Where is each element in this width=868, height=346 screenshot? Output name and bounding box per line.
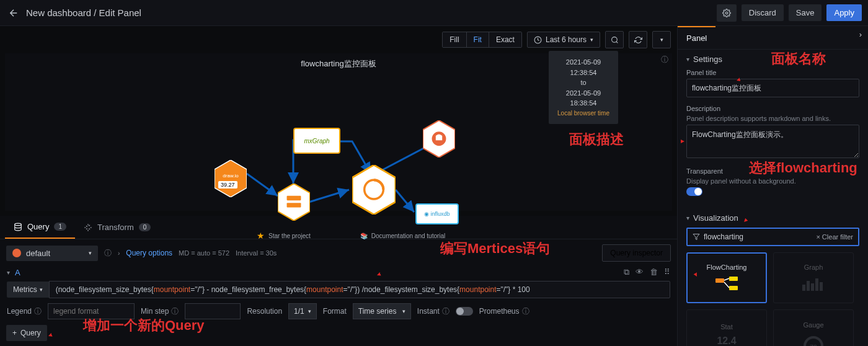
- time-range-label: Last 6 hours: [546, 35, 587, 44]
- topbar: New dashboard / Edit Panel Discard Save …: [0, 0, 868, 26]
- viz-card-flowcharting[interactable]: FlowCharting: [686, 252, 767, 303]
- transform-count-badge: 0: [139, 223, 151, 231]
- instant-toggle[interactable]: [456, 307, 473, 316]
- filter-icon: [693, 233, 700, 241]
- chevron-down-icon: ▾: [686, 215, 689, 221]
- flowcharting-icon: [714, 276, 739, 292]
- chevron-down-icon: ▾: [590, 37, 593, 43]
- books-icon: 📚: [360, 233, 368, 239]
- view-mode-group: Fill Fit Exact: [442, 32, 522, 48]
- legend-label: Legend ⓘ: [7, 306, 42, 317]
- metrics-input[interactable]: (node_filesystem_size_bytes{mountpoint="…: [49, 281, 670, 298]
- query-options-link[interactable]: Query options: [126, 249, 172, 257]
- tab-transform[interactable]: Transform 0: [75, 216, 159, 239]
- side-tab-panel[interactable]: Panel: [678, 26, 715, 49]
- svg-marker-4: [278, 184, 310, 221]
- instant-label: Instant ⓘ: [417, 306, 450, 317]
- clear-filter-button[interactable]: × Clear filter: [816, 233, 853, 241]
- clock-icon: [534, 36, 542, 44]
- back-arrow[interactable]: [6, 6, 21, 20]
- datasource-select[interactable]: default ▾: [6, 246, 98, 261]
- panel-toolbar: Fill Fit Exact Last 6 hours ▾ ▾ 2021-05-…: [0, 26, 677, 53]
- apply-button[interactable]: Apply: [826, 4, 862, 21]
- time-range-button[interactable]: Last 6 hours ▾: [527, 32, 600, 48]
- format-label: Format: [323, 307, 347, 316]
- plus-icon: +: [12, 329, 17, 337]
- panel-title-input[interactable]: [686, 79, 859, 97]
- fill-button[interactable]: Fill: [443, 32, 466, 47]
- viz-card-graph[interactable]: Graph: [773, 252, 854, 303]
- svg-rect-16: [807, 281, 810, 291]
- add-query-button[interactable]: + Query: [6, 325, 47, 341]
- query-count-badge: 1: [54, 223, 66, 231]
- svg-marker-3: [215, 160, 247, 197]
- svg-point-0: [725, 12, 728, 14]
- prometheus-node: [423, 120, 455, 157]
- time-tz: Local browser time: [555, 109, 612, 118]
- viz-card-stat[interactable]: Stat 12.4: [686, 309, 767, 346]
- time-to: 2021-05-09 18:38:54: [555, 88, 612, 109]
- docs-link[interactable]: 📚Documentation and tutorial: [360, 231, 446, 241]
- svg-rect-19: [820, 282, 823, 291]
- prometheus-label: Prometheus ⓘ: [479, 306, 529, 317]
- flowchart-diagram: draw.io 39.27 mxGraph ◉influxdb ★Star th…: [191, 109, 451, 246]
- chevron-down-icon[interactable]: ▾: [7, 269, 10, 276]
- tab-query[interactable]: Query 1: [5, 216, 75, 239]
- resolution-select[interactable]: 1/1▾: [288, 303, 317, 319]
- svg-marker-7: [352, 165, 396, 215]
- format-select[interactable]: Time series▾: [353, 303, 411, 319]
- drawio-label: draw.io: [219, 173, 242, 179]
- graph-icon: [801, 276, 826, 292]
- star-project-link[interactable]: ★Star the project: [257, 231, 311, 241]
- save-button[interactable]: Save: [789, 4, 822, 21]
- query-letter: A: [15, 268, 20, 277]
- query-inspector-button[interactable]: Query inspector: [602, 244, 671, 262]
- metrics-label: Metrics▾: [7, 282, 49, 298]
- database-icon: [14, 223, 22, 231]
- discard-button[interactable]: Discard: [742, 4, 784, 21]
- copy-query-icon[interactable]: ⧉: [624, 267, 629, 277]
- legend-input[interactable]: [48, 303, 135, 319]
- svg-point-11: [15, 223, 22, 226]
- minstep-input[interactable]: [185, 303, 241, 319]
- drag-query-icon[interactable]: ⠿: [664, 267, 670, 277]
- zoom-out-icon[interactable]: [605, 31, 624, 48]
- svg-rect-5: [287, 196, 301, 200]
- toggle-query-icon[interactable]: 👁: [636, 267, 644, 277]
- viz-filter: × Clear filter: [686, 228, 859, 246]
- viz-filter-input[interactable]: [704, 233, 812, 241]
- viz-card-gauge[interactable]: Gauge 79: [773, 309, 854, 346]
- workarea: Fill Fit Exact Last 6 hours ▾ ▾ 2021-05-…: [0, 26, 677, 346]
- mxgraph-node: mxGraph: [293, 128, 340, 154]
- svg-rect-6: [287, 203, 301, 207]
- svg-rect-14: [729, 286, 738, 290]
- section-visualization[interactable]: ▾ Visualization: [686, 213, 859, 223]
- drawio-node: [215, 160, 247, 197]
- panel-title-label: Panel title: [686, 69, 859, 76]
- time-from: 2021-05-09 12:38:54: [555, 57, 612, 78]
- description-textarea[interactable]: FlowCharting监控面板演示。: [686, 125, 859, 158]
- refresh-dropdown-icon[interactable]: ▾: [652, 31, 671, 48]
- svg-rect-17: [811, 283, 814, 291]
- panel-info-icon[interactable]: ⓘ: [661, 55, 668, 65]
- svg-rect-15: [802, 285, 805, 291]
- time-to-word: to: [555, 78, 612, 88]
- fit-button[interactable]: Fit: [467, 32, 489, 47]
- minstep-label: Min step ⓘ: [141, 306, 179, 317]
- info-icon[interactable]: ⓘ: [104, 248, 112, 259]
- expand-sidebar-icon[interactable]: ›: [853, 26, 868, 49]
- sidebar: Panel › ▾ Settings Panel title Descripti…: [677, 26, 868, 346]
- transparent-switch[interactable]: [686, 187, 702, 196]
- footer-links: ★Star the project 📚Documentation and tut…: [257, 231, 445, 241]
- svg-point-2: [611, 37, 617, 42]
- transparent-label: Transparent: [686, 167, 859, 175]
- section-settings[interactable]: ▾ Settings: [686, 55, 859, 64]
- interval-meta: Interval = 30s: [236, 249, 277, 257]
- delete-query-icon[interactable]: 🗑: [650, 267, 658, 277]
- refresh-icon[interactable]: [629, 31, 647, 48]
- boxes-node: [278, 184, 310, 221]
- chevron-right-icon[interactable]: ›: [118, 250, 120, 257]
- exact-button[interactable]: Exact: [489, 32, 521, 47]
- settings-gear-icon[interactable]: [717, 4, 737, 22]
- svg-rect-13: [729, 277, 738, 281]
